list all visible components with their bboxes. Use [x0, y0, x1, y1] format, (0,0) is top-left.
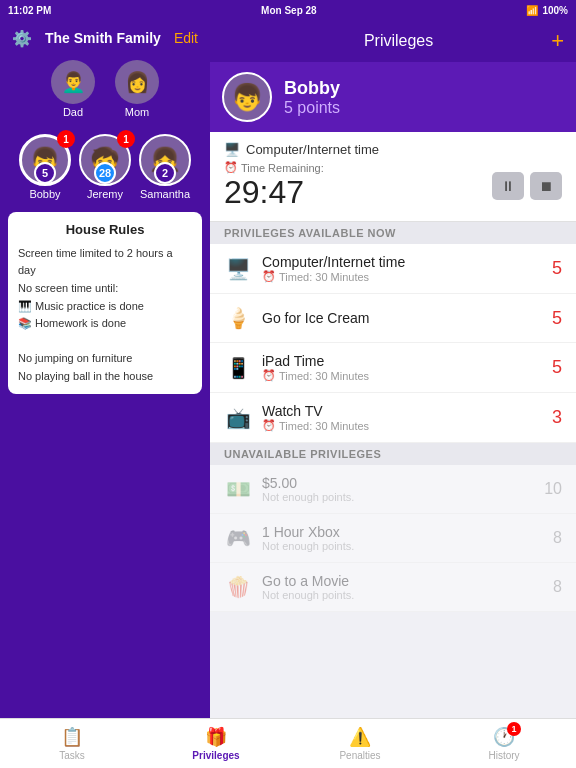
house-rule-3: 🎹 Music practice is done — [18, 298, 192, 316]
battery-label: 100% — [542, 5, 568, 16]
status-date: Mon Sep 28 — [261, 5, 317, 16]
selected-kid-name: Bobby — [284, 78, 340, 99]
tab-tasks[interactable]: 📋 Tasks — [0, 722, 144, 765]
parent-avatars: 👨‍🦱 Dad 👩 Mom — [0, 56, 210, 126]
movie-privilege-points: 8 — [553, 578, 562, 596]
xbox-privilege-points: 8 — [553, 529, 562, 547]
family-name: The Smith Family — [32, 30, 174, 46]
penalties-tab-icon: ⚠️ — [349, 726, 371, 748]
jeremy-score: 28 — [94, 162, 116, 184]
bobby-label: Bobby — [29, 188, 60, 200]
privilege-movie: 🍿 Go to a Movie Not enough points. 8 — [210, 563, 576, 612]
tab-privileges[interactable]: 🎁 Privileges — [144, 722, 288, 765]
privilege-watch-tv[interactable]: 📺 Watch TV ⏰ Timed: 30 Minutes 3 — [210, 393, 576, 443]
ipad-privilege-name: iPad Time — [262, 353, 542, 369]
movie-privilege-name: Go to a Movie — [262, 573, 543, 589]
tab-history[interactable]: 🕐 1 History — [432, 722, 576, 765]
selected-kid-points: 5 points — [284, 99, 340, 117]
settings-icon[interactable]: ⚙️ — [12, 28, 32, 48]
xbox-privilege-icon: 🎮 — [224, 524, 252, 552]
timer-stop-button[interactable]: ⏹ — [530, 172, 562, 200]
house-rule-5: No jumping on furniture — [18, 350, 192, 368]
privilege-computer-internet[interactable]: 🖥️ Computer/Internet time ⏰ Timed: 30 Mi… — [210, 244, 576, 294]
timer-monitor-icon: 🖥️ — [224, 142, 240, 157]
timer-card: 🖥️ Computer/Internet time ⏰ Time Remaini… — [210, 132, 576, 222]
movie-privilege-sublabel: Not enough points. — [262, 589, 354, 601]
tab-penalties[interactable]: ⚠️ Penalties — [288, 722, 432, 765]
samantha-label: Samantha — [140, 188, 190, 200]
privilege-ice-cream[interactable]: 🍦 Go for Ice Cream 5 — [210, 294, 576, 343]
history-tab-badge: 1 — [507, 722, 521, 736]
mom-label: Mom — [125, 106, 149, 118]
left-header: ⚙️ The Smith Family Edit — [0, 20, 210, 56]
tasks-tab-icon: 📋 — [61, 726, 83, 748]
house-rule-spacer — [18, 333, 192, 351]
house-rules-title: House Rules — [18, 220, 192, 241]
wifi-icon: 📶 — [526, 5, 538, 16]
jeremy-label: Jeremy — [87, 188, 123, 200]
selected-kid-header: 👦 Bobby 5 points — [210, 62, 576, 132]
house-rule-2: No screen time until: — [18, 280, 192, 298]
parent-mom[interactable]: 👩 Mom — [115, 60, 159, 118]
kid-samantha[interactable]: 👧 2 Samantha — [139, 134, 191, 200]
computer-privilege-icon: 🖥️ — [224, 255, 252, 283]
right-panel: Privileges + 👦 Bobby 5 points 🖥️ Compute… — [210, 20, 576, 718]
movie-privilege-icon: 🍿 — [224, 573, 252, 601]
add-privilege-button[interactable]: + — [551, 28, 564, 54]
left-panel: ⚙️ The Smith Family Edit 👨‍🦱 Dad 👩 Mom 1… — [0, 20, 210, 718]
bobby-notification-badge: 1 — [57, 130, 75, 148]
alarm-icon: ⏰ — [224, 161, 238, 174]
house-rule-4: 📚 Homework is done — [18, 315, 192, 333]
icecream-privilege-icon: 🍦 — [224, 304, 252, 332]
mom-avatar: 👩 — [115, 60, 159, 104]
kid-jeremy[interactable]: 1 🧒 28 Jeremy — [79, 134, 131, 200]
tasks-tab-label: Tasks — [59, 750, 85, 761]
tv-privilege-icon: 📺 — [224, 404, 252, 432]
computer-privilege-points: 5 — [552, 258, 562, 279]
ipad-privilege-sublabel: Timed: 30 Minutes — [279, 370, 369, 382]
tab-bar: 📋 Tasks 🎁 Privileges ⚠️ Penalties 🕐 1 Hi… — [0, 718, 576, 768]
dad-label: Dad — [63, 106, 83, 118]
money-privilege-sublabel: Not enough points. — [262, 491, 354, 503]
parent-dad[interactable]: 👨‍🦱 Dad — [51, 60, 95, 118]
dad-avatar: 👨‍🦱 — [51, 60, 95, 104]
selected-kid-avatar: 👦 — [222, 72, 272, 122]
bobby-score: 5 — [34, 162, 56, 184]
privileges-tab-icon: 🎁 — [205, 726, 227, 748]
jeremy-notification-badge: 1 — [117, 130, 135, 148]
clock-icon-1: ⏰ — [262, 270, 276, 283]
privileges-title: Privileges — [246, 32, 551, 50]
house-rule-6: No playing ball in the house — [18, 368, 192, 386]
computer-privilege-sublabel: Timed: 30 Minutes — [279, 271, 369, 283]
privileges-tab-label: Privileges — [192, 750, 239, 761]
edit-button[interactable]: Edit — [174, 30, 198, 46]
kid-avatars: 1 👦 5 Bobby 1 🧒 28 Jeremy 👧 2 Samantha — [0, 126, 210, 208]
computer-privilege-name: Computer/Internet time — [262, 254, 542, 270]
house-rules-card: House Rules Screen time limited to 2 hou… — [8, 212, 202, 394]
clock-icon-2: ⏰ — [262, 369, 276, 382]
icecream-privilege-points: 5 — [552, 308, 562, 329]
privilege-ipad[interactable]: 📱 iPad Time ⏰ Timed: 30 Minutes 5 — [210, 343, 576, 393]
history-tab-icon: 🕐 1 — [493, 726, 515, 748]
money-privilege-name: $5.00 — [262, 475, 534, 491]
penalties-tab-label: Penalties — [339, 750, 380, 761]
house-rule-1: Screen time limited to 2 hours a day — [18, 245, 192, 280]
xbox-privilege-sublabel: Not enough points. — [262, 540, 354, 552]
available-section-header: PRIVILEGES AVAILABLE NOW — [210, 222, 576, 244]
money-privilege-points: 10 — [544, 480, 562, 498]
money-privilege-icon: 💵 — [224, 475, 252, 503]
tv-privilege-name: Watch TV — [262, 403, 542, 419]
status-time: 11:02 PM — [8, 5, 51, 16]
privilege-money: 💵 $5.00 Not enough points. 10 — [210, 465, 576, 514]
history-tab-label: History — [488, 750, 519, 761]
ipad-privilege-icon: 📱 — [224, 354, 252, 382]
tv-privilege-points: 3 — [552, 407, 562, 428]
right-header: Privileges + — [210, 20, 576, 62]
kid-bobby[interactable]: 1 👦 5 Bobby — [19, 134, 71, 200]
samantha-score: 2 — [154, 162, 176, 184]
timer-pause-button[interactable]: ⏸ — [492, 172, 524, 200]
unavailable-section-header: UNAVAILABLE PRIVILEGES — [210, 443, 576, 465]
timer-privilege-name: Computer/Internet time — [246, 142, 379, 157]
timer-value: 29:47 — [224, 174, 324, 211]
ipad-privilege-points: 5 — [552, 357, 562, 378]
